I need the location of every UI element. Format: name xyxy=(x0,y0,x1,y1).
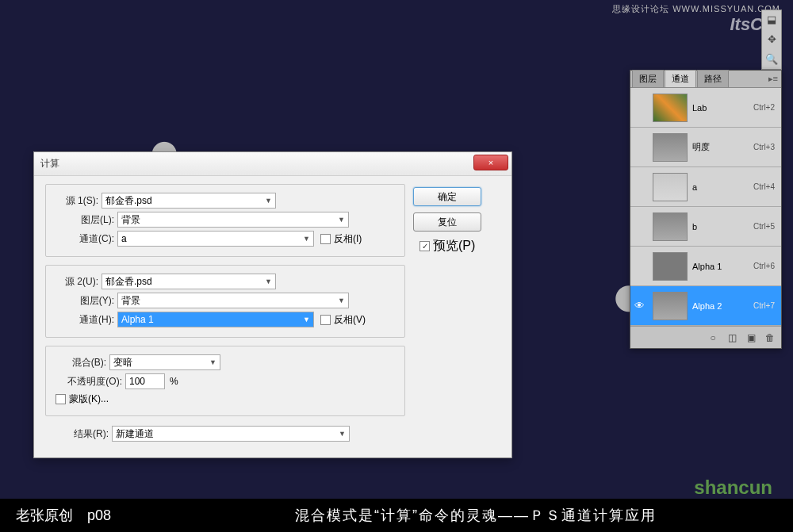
source2-layer-value: 背景 xyxy=(121,294,140,308)
source1-layer-label: 图层(L): xyxy=(54,213,117,227)
channel-thumbnail xyxy=(653,94,688,122)
source1-group: 源 1(S): 郁金香.psd▼ 图层(L): 背景▼ 通道(C): a▼ xyxy=(45,184,405,257)
source1-channel-label: 通道(C): xyxy=(54,232,117,246)
panel-menu-icon[interactable]: ▸≡ xyxy=(768,74,778,84)
chevron-down-icon: ▼ xyxy=(265,197,272,205)
visibility-toggle[interactable]: 👁 xyxy=(630,300,648,312)
mask-label: 蒙版(K)... xyxy=(69,392,109,406)
source2-channel-dropdown[interactable]: Alpha 1▼ xyxy=(117,312,314,327)
source1-file-value: 郁金香.psd xyxy=(105,194,152,208)
dialog-titlebar[interactable]: 计算 × xyxy=(34,152,511,176)
source1-layer-dropdown[interactable]: 背景▼ xyxy=(117,212,349,228)
source2-channel-value: Alpha 1 xyxy=(121,314,154,325)
channel-shortcut: Ctrl+5 xyxy=(753,222,781,231)
channel-thumbnail xyxy=(653,212,688,241)
channel-row[interactable]: 明度Ctrl+3 xyxy=(630,128,781,167)
blend-label: 混合(B): xyxy=(54,356,109,369)
channel-thumbnail xyxy=(653,292,688,320)
caption-left: 老张原创 p08 xyxy=(16,506,174,525)
blend-mode-dropdown[interactable]: 变暗▼ xyxy=(109,354,220,370)
opacity-unit: % xyxy=(170,376,178,387)
result-value: 新建通道 xyxy=(116,427,154,441)
tool-3[interactable]: 🔍 xyxy=(764,52,780,67)
opacity-label: 不透明度(O): xyxy=(54,375,125,388)
preview-checkbox[interactable]: ✓ xyxy=(419,241,430,251)
preview-label: 预览(P) xyxy=(433,238,475,255)
panel-tabs: 图层 通道 路径 ▸≡ xyxy=(630,71,781,88)
save-selection-icon[interactable]: ◫ xyxy=(726,331,738,344)
tab-layers[interactable]: 图层 xyxy=(632,70,664,87)
source1-file-dropdown[interactable]: 郁金香.psd▼ xyxy=(102,193,276,209)
chevron-down-icon: ▼ xyxy=(338,216,345,224)
channel-row[interactable]: bCtrl+5 xyxy=(630,207,781,247)
right-toolbar: ⬓ ✥ 🔍 xyxy=(761,10,782,70)
caption-bar: 老张原创 p08 混合模式是“计算”命令的灵魂——ＰＳ通道计算应用 xyxy=(0,499,793,532)
calculations-dialog: 计算 × 源 1(S): 郁金香.psd▼ 图层(L): 背景▼ xyxy=(33,151,512,458)
source1-invert-checkbox[interactable] xyxy=(320,234,331,244)
source2-layer-dropdown[interactable]: 背景▼ xyxy=(117,293,349,308)
channel-row[interactable]: Alpha 1Ctrl+6 xyxy=(630,247,781,286)
reset-button[interactable]: 复位 xyxy=(413,212,481,232)
source2-channel-label: 通道(H): xyxy=(54,313,117,327)
tab-paths[interactable]: 路径 xyxy=(697,70,729,87)
watermark-shancun: shancun xyxy=(694,477,772,499)
channel-shortcut: Ctrl+7 xyxy=(753,301,781,310)
result-label: 结果(R): xyxy=(56,427,112,441)
opacity-input[interactable] xyxy=(125,373,165,389)
channel-name: Lab xyxy=(692,103,753,113)
chevron-down-icon: ▼ xyxy=(303,316,310,323)
channels-panel: 图层 通道 路径 ▸≡ LabCtrl+2明度Ctrl+3aCtrl+4bCtr… xyxy=(630,70,782,349)
source2-label: 源 2(U): xyxy=(54,275,102,289)
result-dropdown[interactable]: 新建通道▼ xyxy=(112,426,350,442)
channel-list: LabCtrl+2明度Ctrl+3aCtrl+4bCtrl+5Alpha 1Ct… xyxy=(630,88,781,326)
source2-invert-checkbox[interactable] xyxy=(320,315,331,325)
channel-name: b xyxy=(692,222,753,232)
channel-name: 明度 xyxy=(692,141,753,153)
channel-shortcut: Ctrl+6 xyxy=(753,262,781,270)
channel-shortcut: Ctrl+2 xyxy=(753,103,781,112)
caption-right: 混合模式是“计算”命令的灵魂——ＰＳ通道计算应用 xyxy=(174,506,777,525)
new-channel-icon[interactable]: ▣ xyxy=(745,331,757,344)
close-button[interactable]: × xyxy=(473,155,508,170)
source1-label: 源 1(S): xyxy=(54,194,102,208)
source1-channel-value: a xyxy=(121,233,127,244)
chevron-down-icon: ▼ xyxy=(209,358,216,366)
channel-row[interactable]: aCtrl+4 xyxy=(630,167,781,207)
chevron-down-icon: ▼ xyxy=(265,277,272,285)
source2-file-value: 郁金香.psd xyxy=(105,275,152,289)
delete-channel-icon[interactable]: 🗑 xyxy=(764,331,776,344)
source1-invert-label: 反相(I) xyxy=(334,232,362,246)
source2-invert-label: 反相(V) xyxy=(334,313,366,327)
load-selection-icon[interactable]: ○ xyxy=(707,331,719,344)
source2-layer-label: 图层(Y): xyxy=(54,294,117,308)
source1-channel-dropdown[interactable]: a▼ xyxy=(117,231,314,247)
channel-name: Alpha 1 xyxy=(692,262,753,271)
tab-channels[interactable]: 通道 xyxy=(665,70,696,87)
source2-group: 源 2(U): 郁金香.psd▼ 图层(Y): 背景▼ 通道(H): Alpha… xyxy=(45,265,405,338)
dialog-title: 计算 xyxy=(40,157,59,170)
source2-file-dropdown[interactable]: 郁金香.psd▼ xyxy=(102,274,276,289)
chevron-down-icon: ▼ xyxy=(338,297,345,304)
channel-row[interactable]: 👁Alpha 2Ctrl+7 xyxy=(630,286,781,326)
channel-name: Alpha 2 xyxy=(692,301,753,311)
channel-shortcut: Ctrl+4 xyxy=(753,182,781,191)
ok-button[interactable]: 确定 xyxy=(413,187,481,206)
channel-row[interactable]: LabCtrl+2 xyxy=(630,88,781,128)
chevron-down-icon: ▼ xyxy=(303,235,310,243)
blend-mode-value: 变暗 xyxy=(113,356,132,369)
source1-layer-value: 背景 xyxy=(121,213,140,227)
tool-1[interactable]: ⬓ xyxy=(764,12,780,28)
channel-thumbnail xyxy=(653,133,688,162)
channel-thumbnail xyxy=(653,173,688,201)
chevron-down-icon: ▼ xyxy=(339,430,346,438)
tool-2[interactable]: ✥ xyxy=(764,32,780,48)
panel-footer: ○ ◫ ▣ 🗑 xyxy=(630,326,781,348)
channel-name: a xyxy=(692,182,753,192)
channel-thumbnail xyxy=(653,252,688,281)
channel-shortcut: Ctrl+3 xyxy=(753,143,781,151)
blend-group: 混合(B): 变暗▼ 不透明度(O): % 蒙版(K)... xyxy=(45,346,405,416)
mask-checkbox[interactable] xyxy=(56,394,66,404)
watermark-forum: 思缘设计论坛 WWW.MISSYUAN.COM xyxy=(612,3,780,15)
